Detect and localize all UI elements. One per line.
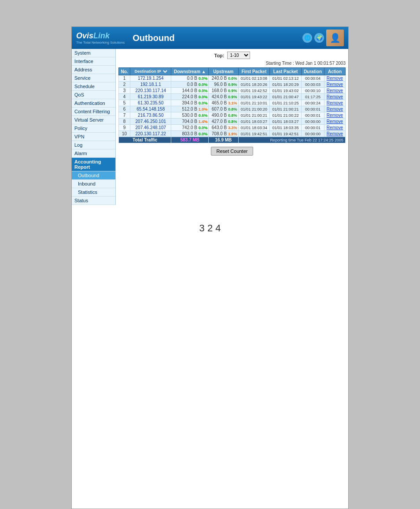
brand-tagline: The Total Networking Solutions — [76, 41, 125, 45]
table-row: 2 192.18.1.1 0.0 B 0.0% 96.0 B 0.9% 01/0… — [119, 82, 346, 88]
col-duration: Duration — [301, 68, 324, 75]
table-row: 5 61.30.235.50 394.0 B 0.0% 465.0 B 3.1%… — [119, 100, 346, 106]
remove-link[interactable]: Remove — [327, 76, 343, 81]
col-upstream: Upstream — [209, 68, 238, 75]
sidebar-item-content-filtering[interactable]: Content Filtering — [72, 108, 115, 116]
cell-first-packet: 01/01 21:00:20 — [238, 106, 270, 112]
cell-ip: 192.18.1.1 — [130, 82, 171, 88]
remove-link[interactable]: Remove — [327, 100, 343, 105]
header: OvisLink The Total Networking Solutions … — [72, 27, 348, 49]
cell-first-packet: 01/01 19:43:22 — [238, 94, 270, 100]
sidebar-item-vpn[interactable]: VPN — [72, 133, 115, 141]
cell-ip: 61.30.235.50 — [130, 100, 171, 106]
cell-action[interactable]: Remove — [324, 88, 345, 94]
table-row: 6 65.54.148.158 512.0 B 1.0% 607.0 B 0.8… — [119, 106, 346, 112]
cell-ip: 65.54.148.158 — [130, 106, 171, 112]
cell-action[interactable]: Remove — [324, 94, 345, 100]
sidebar-item-interface[interactable]: Interface — [72, 57, 115, 66]
cell-action[interactable]: Remove — [324, 112, 345, 119]
col-downstream: Downstream ▲ — [171, 68, 209, 75]
top-select[interactable]: 1-10 11-20 21-30 — [227, 52, 250, 59]
cell-duration: 00:00:24 — [301, 100, 324, 106]
cell-no: 1 — [119, 75, 130, 82]
col-last-packet: Last Packet — [270, 68, 302, 75]
sidebar-item-outbound[interactable]: Outbound — [72, 171, 115, 180]
sidebar-item-accounting-report[interactable]: Accounting Report — [72, 158, 115, 171]
cell-duration: 00:00:10 — [301, 88, 324, 94]
remove-link[interactable]: Remove — [327, 119, 343, 124]
sidebar-item-address[interactable]: Address — [72, 66, 115, 74]
cell-no: 5 — [119, 100, 130, 106]
table-row: 8 207.46.250.101 704.0 B 1.4% 427.0 B 0.… — [119, 119, 346, 125]
remove-link[interactable]: Remove — [327, 94, 343, 99]
reset-btn-area: Reset Counter — [118, 147, 346, 156]
sidebar-item-alarm[interactable]: Alarm — [72, 149, 115, 158]
sidebar-item-service[interactable]: Service — [72, 74, 115, 82]
cell-ip: 220.130.117.22 — [130, 131, 171, 137]
cell-up: 708.0 B 1.9% — [209, 131, 238, 137]
page-title: Outbound — [133, 33, 175, 43]
sidebar-item-status[interactable]: Status — [72, 197, 115, 205]
cell-no: 10 — [119, 131, 130, 137]
table-row: 9 207.46.248.107 742.0 B 0.0% 643.0 B 3.… — [119, 125, 346, 131]
cell-action[interactable]: Remove — [324, 82, 345, 88]
cell-duration: 00:00:00 — [301, 119, 324, 125]
sidebar-item-policy[interactable]: Policy — [72, 124, 115, 133]
cell-action[interactable]: Remove — [324, 106, 345, 112]
sidebar-item-virtual-server[interactable]: Virtual Server — [72, 116, 115, 124]
sidebar-item-schedule[interactable]: Schedule — [72, 82, 115, 91]
cell-no: 3 — [119, 88, 130, 94]
cell-down: 0.0 B 0.0% — [171, 82, 209, 88]
sidebar-item-log[interactable]: Log — [72, 141, 115, 149]
remove-link[interactable]: Remove — [327, 88, 343, 93]
globe-icon-1[interactable]: 🌐 — [302, 33, 312, 43]
globe-icon-2[interactable]: 🌍 — [314, 33, 324, 43]
top-label: Top: — [214, 53, 224, 58]
col-no: No. — [119, 68, 130, 75]
remove-link[interactable]: Remove — [327, 125, 343, 130]
cell-first-packet: 01/01 21:00:21 — [238, 112, 270, 119]
total-report: Reporting time Tue Feb 22 17:24:25 2005 — [238, 137, 345, 143]
cell-action[interactable]: Remove — [324, 125, 345, 131]
cell-up: 643.0 B 3.3% — [209, 125, 238, 131]
cell-down: 144.0 B 0.0% — [171, 88, 209, 94]
total-row: Total Traffic 583.7 MB 16.9 MB Reporting… — [119, 137, 346, 143]
total-upstream: 16.9 MB — [209, 137, 238, 143]
user-photo: 👤 — [326, 30, 344, 46]
sidebar-item-statistics[interactable]: Statistics — [72, 188, 115, 197]
col-first-packet: First Packet — [238, 68, 270, 75]
logo: OvisLink The Total Networking Solutions — [76, 31, 125, 45]
total-downstream: 583.7 MB — [171, 137, 209, 143]
header-icons: 🌐 🌍 👤 — [302, 30, 344, 46]
main-content: Top: 1-10 11-20 21-30 Starting Time : We… — [116, 49, 348, 205]
cell-action[interactable]: Remove — [324, 131, 345, 137]
cell-duration: 00:00:00 — [301, 131, 324, 137]
remove-link[interactable]: Remove — [327, 113, 343, 118]
cell-up: 490.0 B 0.8% — [209, 112, 238, 119]
cell-ip: 61.219.30.89 — [130, 94, 171, 100]
remove-link[interactable]: Remove — [327, 131, 343, 136]
table-row: 1 172.19.1.254 0.0 B 0.0% 240.0 B 0.0% 0… — [119, 75, 346, 82]
dest-ip-select[interactable]: Destination IP Source IP — [133, 69, 169, 74]
cell-down: 394.0 B 0.0% — [171, 100, 209, 106]
sidebar-item-qos[interactable]: QoS — [72, 91, 115, 99]
cell-action[interactable]: Remove — [324, 100, 345, 106]
cell-action[interactable]: Remove — [324, 75, 345, 82]
cell-first-packet: 01/01 18:03:34 — [238, 125, 270, 131]
col-dest-ip[interactable]: Destination IP Source IP — [130, 68, 171, 75]
cell-up: 96.0 B 0.9% — [209, 82, 238, 88]
sidebar-item-system[interactable]: System — [72, 49, 115, 57]
sidebar-item-authentication[interactable]: Authentication — [72, 99, 115, 108]
remove-link[interactable]: Remove — [327, 82, 343, 87]
table-row: 4 61.219.30.89 224.0 B 0.0% 424.0 B 0.9%… — [119, 94, 346, 100]
remove-link[interactable]: Remove — [327, 107, 343, 111]
cell-duration: 00:00:01 — [301, 112, 324, 119]
table-row: 10 220.130.117.22 803.0 B 0.0% 708.0 B 1… — [119, 131, 346, 137]
cell-ip: 216.73.86.50 — [130, 112, 171, 119]
cell-duration: 00:00:03 — [301, 82, 324, 88]
sidebar-item-inbound[interactable]: Inbound — [72, 180, 115, 188]
cell-down: 512.0 B 1.0% — [171, 106, 209, 112]
cell-last-packet: 01/01 02:13:12 — [270, 75, 302, 82]
cell-action[interactable]: Remove — [324, 119, 345, 125]
reset-counter-button[interactable]: Reset Counter — [211, 147, 254, 156]
